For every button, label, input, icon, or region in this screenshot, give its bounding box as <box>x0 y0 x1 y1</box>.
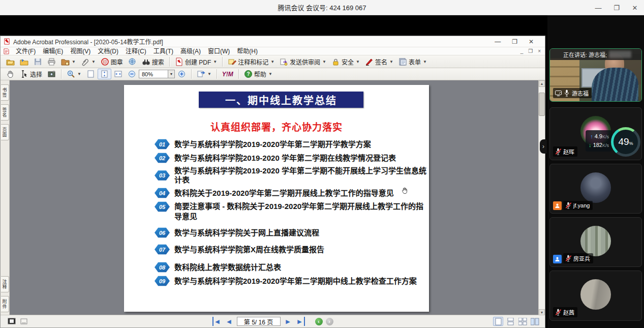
network-stats: ↑ 4.9K/s ↓ 182K/s <box>586 130 612 152</box>
participant-tile[interactable]: 赵茜 <box>549 271 642 321</box>
screen-mode-icon[interactable] <box>8 317 16 325</box>
slide-item-list: 01 数学与系统科学学院2019-2020学年第二学期开学教学方案 02 数学与… <box>155 139 426 289</box>
restore-icon[interactable]: ❐ <box>528 48 533 54</box>
slide-list-item: 06 数学与系统科学学院关于网上直播建议流程 <box>155 227 426 238</box>
scroll-up-icon[interactable]: ▲ <box>539 80 545 87</box>
comment-markup-button[interactable]: 注释和标记▼ <box>225 56 277 67</box>
zoom-dropdown[interactable]: ▼ <box>168 70 175 78</box>
restore-icon[interactable]: ❐ <box>612 4 621 12</box>
minimize-icon[interactable]: — <box>594 4 602 12</box>
tab-bookmarks[interactable]: 书签 <box>1 84 9 101</box>
scrollbar-thumb[interactable] <box>539 93 545 116</box>
statusbar-left-icons <box>1 317 28 325</box>
menu-item[interactable]: 视图(V) <box>67 47 94 55</box>
search-button[interactable]: 搜索 <box>139 56 167 67</box>
participant-tile[interactable]: ↑ 4.9K/s ↓ 182K/s 49% 赵晖 <box>549 107 642 160</box>
upload-unit: K/s <box>602 134 609 139</box>
menu-item[interactable]: 帮助(H) <box>233 47 261 55</box>
acrobat-window-controls: — ❐ ✕ <box>495 38 542 45</box>
restore-icon[interactable]: ❐ <box>512 38 517 45</box>
select-tool-button[interactable]: 选择 <box>17 69 45 79</box>
attach-button[interactable]: ▼ <box>78 56 98 67</box>
tab-signatures[interactable]: 签名 <box>1 104 9 121</box>
save-button[interactable] <box>31 56 45 67</box>
sidebar-collapse-handle[interactable]: › <box>540 139 547 154</box>
facing-view-button[interactable] <box>530 317 540 326</box>
close-icon[interactable]: × <box>538 48 541 54</box>
zoom-tool-button[interactable]: ▼ <box>64 69 84 79</box>
create-pdf-button[interactable]: 创建 PDF▼ <box>172 56 220 67</box>
item-text: 数科院关于2019-2020学年第二学期开展线上教学工作的指导意见 <box>174 189 394 198</box>
minus-circle-icon <box>128 70 136 78</box>
first-page-icon[interactable]: ◀ <box>212 317 222 326</box>
menu-item[interactable]: 文档(D) <box>94 47 122 55</box>
single-page-view-button[interactable] <box>493 317 503 326</box>
mic-muted-icon <box>555 309 561 316</box>
slide-list-item: 08 数科院线上教学数据统计汇总表 <box>155 262 426 273</box>
mic-on-icon <box>564 90 570 97</box>
open-recent-button[interactable] <box>17 56 31 67</box>
help-button[interactable]: ?帮助▼ <box>241 69 275 79</box>
security-button[interactable]: 安全▼ <box>329 56 362 67</box>
participant-name-pill: jf.yang <box>563 201 593 210</box>
dropdown-caret: ▼ <box>322 59 326 64</box>
stamp-icon: 印 <box>101 57 109 66</box>
previous-page-icon[interactable]: ◀ <box>225 317 234 326</box>
email-button[interactable] <box>126 56 139 67</box>
continuous-view-button[interactable] <box>505 317 515 326</box>
page-layout-buttons <box>493 317 545 326</box>
snapshot-button[interactable] <box>45 69 58 79</box>
menu-item[interactable]: 工具(T) <box>150 47 177 55</box>
vertical-scrollbar[interactable]: ▲ ▼ <box>538 80 545 316</box>
zoom-out-button[interactable] <box>125 69 139 79</box>
next-page-icon[interactable]: ▶ <box>284 317 293 326</box>
page-display-button[interactable]: ▼ <box>194 69 214 79</box>
participant-tile[interactable]: 房亚兵 <box>549 217 642 267</box>
close-icon[interactable]: ✕ <box>631 4 639 12</box>
menu-item[interactable]: 注释(C) <box>122 47 150 55</box>
participant-tile-video[interactable]: 正在讲话: 游志福; 游志福 <box>549 48 642 102</box>
menu-item[interactable]: 编辑(E) <box>39 47 67 55</box>
zoom-in-button[interactable] <box>175 69 189 79</box>
document-area[interactable]: 一、期中线上教学总结 认真组织部署，齐心协力落实 01 数学与系统科学学院201… <box>10 80 539 316</box>
print-button[interactable] <box>45 56 58 67</box>
page-layout-tray-icon[interactable] <box>20 317 28 325</box>
svg-text:?: ? <box>247 71 250 77</box>
fit-page-button[interactable] <box>98 69 111 79</box>
close-icon[interactable]: ✕ <box>529 38 534 45</box>
forms-label: 表单 <box>409 57 421 66</box>
participant-name: 赵晖 <box>563 147 574 156</box>
menu-item[interactable]: 文件(F) <box>12 47 39 55</box>
blurred-text <box>609 51 631 58</box>
yim-button[interactable]: Y!M <box>220 69 236 79</box>
stamp-button[interactable]: 印图章 <box>98 56 126 67</box>
minimize-icon[interactable]: _ <box>520 48 524 54</box>
open-button[interactable] <box>4 56 17 67</box>
plus-circle-icon <box>177 70 186 78</box>
menu-item[interactable]: 窗口(W) <box>204 47 233 55</box>
actual-size-button[interactable] <box>84 69 98 79</box>
item-number-badge: 01 <box>155 139 170 150</box>
acrobat-titlebar[interactable]: Adobe Acrobat Professional - [2020-05-14… <box>1 36 545 47</box>
send-review-button[interactable]: 发送供审阅▼ <box>277 56 329 67</box>
menu-item[interactable]: 高级(A) <box>177 47 204 55</box>
dropdown-caret: ▼ <box>268 72 272 76</box>
organizer-button[interactable]: ▼ <box>58 56 78 67</box>
minimize-icon[interactable]: — <box>495 38 501 45</box>
tab-attachments[interactable]: 附件 <box>1 296 9 312</box>
page-number-input[interactable]: 第 5/ 16 页 <box>237 317 281 326</box>
sign-button[interactable]: 签名▼ <box>362 56 396 67</box>
previous-view-icon[interactable]: ‹ <box>315 318 323 325</box>
forms-button[interactable]: 表单▼ <box>396 56 430 67</box>
next-view-icon[interactable]: › <box>326 318 333 325</box>
zoom-level-input[interactable]: 80% <box>139 70 168 78</box>
printer-icon <box>47 57 56 66</box>
hand-tool-button[interactable] <box>4 69 17 79</box>
continuous-facing-view-button[interactable] <box>517 317 528 326</box>
fit-width-button[interactable] <box>111 69 125 79</box>
participants-sidebar: 正在讲话: 游志福; 游志福 ↑ 4.9K/s ↓ 182K/s 49% 赵晖 <box>547 15 644 328</box>
tab-pages[interactable]: 页面 <box>1 124 9 140</box>
participant-tile[interactable]: jf.yang <box>549 164 642 214</box>
tab-comments[interactable]: 注释 <box>1 276 9 292</box>
last-page-icon[interactable]: ▶ <box>296 317 305 326</box>
